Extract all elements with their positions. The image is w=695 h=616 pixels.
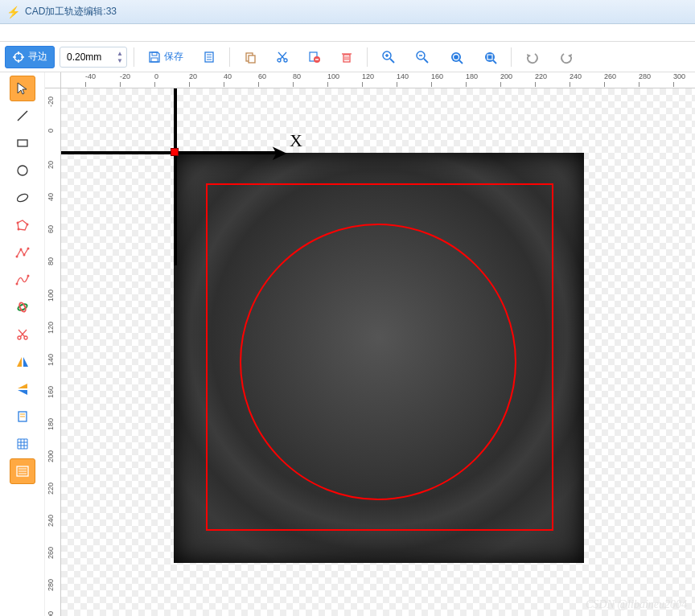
polygon-tool[interactable]	[10, 212, 35, 238]
line-icon	[15, 109, 30, 123]
menubar	[0, 24, 695, 42]
svg-point-45	[15, 256, 18, 258]
paste-button[interactable]	[236, 46, 264, 68]
ruler-vertical[interactable]: -200204060801001201401601802002202402602…	[45, 88, 61, 616]
titlebar: ⚡ CAD加工轨迹编辑:33	[0, 0, 695, 24]
select-tool[interactable]	[10, 76, 35, 101]
canvas-area: -40-200204060801001201401601802002202402…	[45, 72, 695, 616]
polyline-tool[interactable]	[10, 240, 35, 265]
svg-point-52	[18, 302, 27, 312]
x-axis-arrow: ➤	[270, 141, 288, 166]
paste-icon	[244, 51, 257, 64]
rect-tool[interactable]	[10, 130, 35, 156]
trash-button[interactable]	[333, 46, 360, 68]
ruler-tick: 140	[47, 354, 55, 366]
svg-line-38	[18, 111, 27, 121]
svg-rect-39	[18, 140, 27, 146]
ruler-tick: 20	[47, 161, 55, 169]
ruler-tick: 300	[673, 72, 685, 80]
ruler-tick: 40	[47, 193, 55, 201]
x-axis-label: X	[290, 130, 302, 151]
stepper-arrows[interactable]: ▲▼	[117, 50, 123, 64]
canvas-viewport[interactable]: ➤ X	[61, 88, 695, 616]
svg-point-50	[27, 275, 29, 277]
ruler-tick: -20	[120, 72, 130, 80]
ruler-tick: 120	[47, 322, 55, 334]
toolbar: 寻边 ▲▼ 保存	[0, 42, 695, 72]
curve-tool[interactable]	[10, 267, 35, 293]
ruler-tick: 240	[570, 72, 582, 80]
mirror-v-tool[interactable]	[10, 349, 35, 375]
ruler-tick: 160	[47, 386, 55, 398]
zoom-fit-icon	[449, 50, 463, 64]
zoom-actual-button[interactable]	[475, 46, 504, 68]
watermark: CSDN @libaineu2004	[586, 598, 687, 611]
grid-icon	[15, 437, 30, 451]
ruler-tick: 200	[47, 450, 55, 462]
document-icon	[203, 51, 216, 64]
separator	[229, 47, 230, 67]
ruler-tick: 160	[431, 72, 443, 80]
ellipse-icon	[15, 191, 30, 205]
stroke-width-input[interactable]	[67, 51, 112, 63]
x-axis-line	[61, 151, 278, 154]
red-circle-path[interactable]	[240, 224, 516, 500]
ellipse-tool[interactable]	[10, 185, 35, 211]
svg-point-41	[15, 192, 28, 203]
line-tool[interactable]	[10, 103, 35, 129]
document-button[interactable]	[195, 46, 223, 68]
svg-point-46	[19, 248, 22, 251]
ruler-tick: 120	[362, 72, 374, 80]
svg-line-37	[493, 60, 496, 64]
delete-node-icon	[308, 51, 321, 64]
ruler-tick: 260	[604, 72, 616, 80]
main-area: -40-200204060801001201401601802002202402…	[0, 72, 695, 616]
redo-icon	[559, 50, 574, 64]
target-icon	[12, 51, 25, 64]
list-icon	[15, 464, 30, 478]
y-axis-line	[174, 88, 177, 265]
grid-tool[interactable]	[10, 431, 35, 457]
page-tool[interactable]	[10, 404, 35, 429]
mirror-h-icon	[15, 382, 30, 396]
svg-line-30	[424, 59, 428, 63]
ruler-tick: 280	[47, 579, 55, 591]
redo-button[interactable]	[552, 46, 581, 68]
origin-marker[interactable]	[171, 148, 179, 156]
circle-icon	[15, 163, 30, 178]
ruler-tick: 100	[327, 72, 339, 80]
ruler-horizontal[interactable]: -40-200204060801001201401601802002202402…	[61, 72, 695, 88]
ruler-corner	[45, 72, 61, 88]
mirror-h-tool[interactable]	[10, 376, 35, 402]
save-label: 保存	[164, 50, 183, 64]
list-tool[interactable]	[10, 458, 35, 484]
svg-point-47	[23, 254, 25, 257]
rotate-tool[interactable]	[10, 294, 35, 320]
delete-node-button[interactable]	[301, 46, 328, 68]
save-button[interactable]: 保存	[141, 46, 191, 68]
ruler-tick: 280	[639, 72, 651, 80]
mirror-v-icon	[15, 355, 30, 369]
ruler-tick: 20	[189, 72, 197, 80]
cut-button[interactable]	[269, 46, 296, 68]
zoom-fit-button[interactable]	[442, 46, 471, 68]
find-edge-button[interactable]: 寻边	[5, 46, 55, 68]
polygon-icon	[15, 218, 30, 232]
circle-tool[interactable]	[10, 158, 35, 183]
ruler-tick: 180	[466, 72, 478, 80]
svg-rect-6	[151, 58, 158, 62]
undo-button[interactable]	[518, 46, 547, 68]
scissor-cut-tool[interactable]	[10, 322, 35, 347]
separator	[511, 47, 512, 67]
stroke-width-stepper[interactable]: ▲▼	[60, 47, 127, 68]
rect-icon	[15, 136, 30, 150]
find-edge-label: 寻边	[28, 50, 47, 64]
ruler-tick: 60	[258, 72, 266, 80]
ruler-tick: 140	[397, 72, 409, 80]
undo-icon	[525, 50, 540, 64]
page-icon	[15, 409, 30, 424]
rotate-icon	[15, 300, 30, 314]
zoom-in-button[interactable]	[374, 46, 403, 68]
svg-point-43	[16, 222, 19, 224]
zoom-out-button[interactable]	[408, 46, 437, 68]
